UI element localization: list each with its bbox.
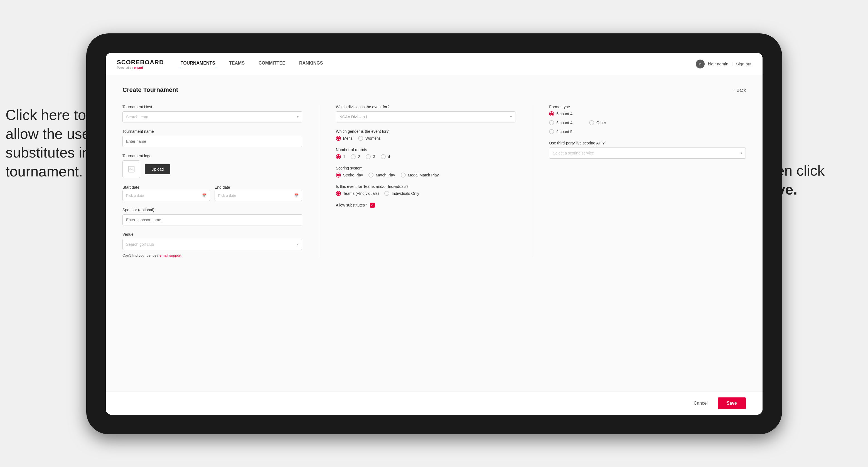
back-button[interactable]: ‹ Back: [734, 88, 746, 92]
scoring-match[interactable]: Match Play: [368, 173, 395, 178]
nav-links: TOURNAMENTS TEAMS COMMITTEE RANKINGS: [181, 61, 696, 67]
teams-individuals-radio[interactable]: [384, 191, 389, 196]
scoring-match-label: Match Play: [376, 173, 395, 177]
sign-out-link[interactable]: Sign out: [736, 62, 751, 66]
venue-label: Venue: [122, 232, 302, 237]
round-2-radio[interactable]: [351, 154, 356, 159]
gender-womens-label: Womens: [365, 136, 381, 141]
save-button[interactable]: Save: [718, 398, 746, 409]
scoring-stroke-radio[interactable]: [336, 173, 341, 178]
format-other-radio[interactable]: [589, 120, 594, 125]
logo-powered: Powered by clippd: [117, 66, 164, 69]
round-3[interactable]: 3: [366, 154, 375, 159]
date-row: Start date Pick a date 📅 End date Pick a…: [122, 185, 302, 201]
scoring-stroke[interactable]: Stroke Play: [336, 173, 363, 178]
format-6count4[interactable]: 6 count 4: [549, 120, 572, 125]
format-6count5[interactable]: 6 count 5: [549, 129, 746, 134]
form-col-3: Format type 5 count 4 6 count 4: [549, 105, 746, 257]
calendar-icon-end: 📅: [294, 193, 299, 197]
teams-label: Is this event for Teams and/or Individua…: [336, 184, 516, 189]
calendar-icon: 📅: [202, 193, 207, 197]
date-group: Start date Pick a date 📅 End date Pick a…: [122, 185, 302, 201]
substitutes-checkbox[interactable]: ✓: [370, 203, 375, 208]
nav-teams[interactable]: TEAMS: [229, 61, 245, 67]
nav-rankings[interactable]: RANKINGS: [299, 61, 323, 67]
substitutes-checkbox-item[interactable]: Allow substitutes? ✓: [336, 203, 516, 208]
nav-committee[interactable]: COMMITTEE: [258, 61, 285, 67]
substitutes-label: Allow substitutes?: [336, 203, 367, 207]
scoring-api-select[interactable]: Select a scoring service ▾: [549, 148, 746, 159]
start-date-label: Start date: [122, 185, 140, 189]
scoring-group: Scoring system Stroke Play Match Play: [336, 166, 516, 178]
cancel-button[interactable]: Cancel: [688, 398, 713, 409]
format-6count5-radio[interactable]: [549, 129, 554, 134]
email-support-link[interactable]: email support: [159, 253, 181, 257]
round-3-label: 3: [373, 154, 375, 159]
sponsor-label: Sponsor (optional): [122, 208, 302, 212]
chevron-down-icon-scoring: ▾: [741, 151, 742, 155]
teams-individuals-label: Individuals Only: [392, 191, 419, 196]
gender-womens[interactable]: Womens: [358, 136, 381, 141]
nav-bar: SCOREBOARD Powered by clippd TOURNAMENTS…: [106, 53, 763, 75]
scoring-medal[interactable]: Medal Match Play: [401, 173, 439, 178]
end-date-label: End date: [215, 185, 230, 189]
scoring-stroke-label: Stroke Play: [343, 173, 363, 177]
tablet-screen: SCOREBOARD Powered by clippd TOURNAMENTS…: [106, 53, 763, 415]
gender-mens-label: Mens: [343, 136, 352, 141]
round-1[interactable]: 1: [336, 154, 345, 159]
round-4-label: 4: [388, 154, 390, 159]
end-date-placeholder: Pick a date: [218, 193, 236, 197]
format-other[interactable]: Other: [589, 120, 606, 125]
nav-user: B blair admin | Sign out: [696, 60, 751, 68]
gender-womens-radio[interactable]: [358, 136, 363, 141]
scoring-radio-group: Stroke Play Match Play Medal Match Play: [336, 173, 516, 178]
format-5count4-label: 5 count 4: [556, 112, 572, 116]
scoring-medal-radio[interactable]: [401, 173, 406, 178]
round-3-radio[interactable]: [366, 154, 371, 159]
format-5count4[interactable]: 5 count 4: [549, 111, 746, 116]
teams-both-radio[interactable]: [336, 191, 341, 196]
division-select[interactable]: NCAA Division I ▾: [336, 111, 516, 122]
substitutes-group: Allow substitutes? ✓: [336, 203, 516, 208]
venue-hint: Can't find your venue? email support: [122, 253, 302, 257]
format-5count4-radio[interactable]: [549, 111, 554, 116]
division-value: NCAA Division I: [340, 115, 367, 119]
tournament-logo-label: Tournament logo: [122, 154, 302, 158]
tournament-logo-group: Tournament logo Upload: [122, 154, 302, 178]
form-col-1: Tournament Host Search team ▾ Tournament…: [122, 105, 319, 257]
scoring-label: Scoring system: [336, 166, 516, 170]
gender-mens[interactable]: Mens: [336, 136, 352, 141]
upload-button[interactable]: Upload: [145, 164, 170, 174]
format-6count5-label: 6 count 5: [556, 129, 572, 134]
tournament-host-input[interactable]: Search team ▾: [122, 111, 302, 122]
scoring-match-radio[interactable]: [368, 173, 373, 178]
start-date-group: Start date Pick a date 📅: [122, 185, 210, 201]
scoring-medal-label: Medal Match Play: [408, 173, 439, 177]
round-4[interactable]: 4: [381, 154, 390, 159]
teams-individuals[interactable]: Individuals Only: [384, 191, 419, 196]
sponsor-group: Sponsor (optional): [122, 208, 302, 225]
scoring-api-label: Use third-party live scoring API?: [549, 141, 746, 145]
round-4-radio[interactable]: [381, 154, 386, 159]
gender-group: Which gender is the event for? Mens Wome…: [336, 129, 516, 141]
venue-input[interactable]: Search golf club ▾: [122, 239, 302, 250]
gender-mens-radio[interactable]: [336, 136, 341, 141]
logo-scoreboard: SCOREBOARD: [117, 59, 164, 66]
nav-avatar: B: [696, 60, 705, 68]
nav-tournaments[interactable]: TOURNAMENTS: [181, 61, 215, 67]
teams-both-label: Teams (+Individuals): [343, 191, 379, 196]
teams-both[interactable]: Teams (+Individuals): [336, 191, 379, 196]
division-group: Which division is the event for? NCAA Di…: [336, 105, 516, 122]
tournament-name-input[interactable]: [122, 136, 302, 147]
round-2-label: 2: [358, 154, 360, 159]
start-date-input[interactable]: Pick a date 📅: [122, 190, 210, 201]
round-2[interactable]: 2: [351, 154, 360, 159]
round-1-radio[interactable]: [336, 154, 341, 159]
format-6count4-radio[interactable]: [549, 120, 554, 125]
rounds-radio-group: 1 2 3 4: [336, 154, 516, 159]
content-area: Create Tournament ‹ Back Tournament Host…: [106, 75, 763, 392]
chevron-down-icon-division: ▾: [510, 115, 512, 119]
sponsor-input[interactable]: [122, 214, 302, 225]
rounds-label: Number of rounds: [336, 148, 516, 152]
end-date-input[interactable]: Pick a date 📅: [215, 190, 302, 201]
